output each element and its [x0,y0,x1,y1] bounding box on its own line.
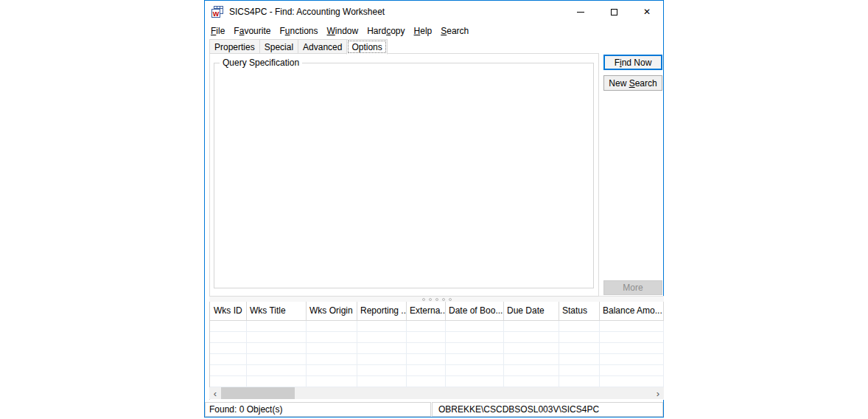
grip-dot-icon [435,298,438,301]
minimize-icon [577,12,584,13]
menu-functions[interactable]: Functions [275,24,322,38]
table-cell [504,321,559,331]
table-cell [211,376,247,387]
table-row [210,376,664,387]
table-row [210,321,664,332]
table-cell [211,354,247,364]
table-cell [559,354,600,364]
scrollbar-thumb[interactable] [221,387,295,399]
table-cell [407,321,446,331]
table-cell [407,376,446,387]
table-cell [600,365,664,375]
table-cell [600,354,664,364]
menu-favourite[interactable]: Favourite [229,24,275,38]
table-cell [211,332,247,342]
column-header-date-of-boo[interactable]: Date of Boo... [446,302,504,320]
window-title: SICS4PC - Find: Accounting Worksheet [229,7,385,17]
grip-dot-icon [422,298,425,301]
menu-window[interactable]: Window [322,24,363,38]
tab-properties[interactable]: Properties [209,39,260,54]
table-cell [504,332,559,342]
table-cell [600,376,664,387]
minimize-button[interactable] [570,1,592,23]
column-header-reporting[interactable]: Reporting ... [357,302,407,320]
table-row [210,332,664,343]
close-button[interactable]: ✕ [636,1,658,23]
query-specification-group: Query Specification [214,63,594,288]
maximize-icon [611,9,617,15]
grip-dot-icon [449,298,452,301]
table-cell [247,332,307,342]
horizontal-scrollbar[interactable]: ‹ › [209,387,664,399]
table-cell [504,343,559,353]
table-cell [446,354,504,364]
table-cell [247,354,307,364]
tab-advanced[interactable]: Advanced [298,39,347,54]
svg-text:W: W [213,10,220,18]
table-cell [247,365,307,375]
tab-options[interactable]: Options [346,39,387,55]
results-body [210,321,664,387]
table-cell [407,343,446,353]
table-cell [600,332,664,342]
menu-hardcopy[interactable]: Hardcopy [363,24,409,38]
table-cell [446,332,504,342]
found-count-text: Found: 0 Object(s) [209,404,282,415]
table-cell [357,354,407,364]
tab-strip: Properties Special Advanced Options [209,38,387,54]
table-cell [559,365,600,375]
table-cell [307,376,357,387]
table-cell [307,343,357,353]
table-row [210,354,664,365]
table-cell [446,321,504,331]
column-header-status[interactable]: Status [559,302,600,320]
table-cell [357,343,407,353]
table-cell [504,354,559,364]
scroll-left-icon[interactable]: ‹ [209,387,221,399]
menu-bar: File Favourite Functions Window Hardcopy… [205,23,663,38]
maximize-button[interactable] [603,1,625,23]
close-icon: ✕ [643,7,651,16]
grip-dot-icon [429,298,432,301]
table-cell [504,365,559,375]
app-icon: W [211,6,223,18]
table-cell [559,343,600,353]
column-header-balance-amo[interactable]: Balance Amo... [600,302,664,320]
table-cell [407,332,446,342]
new-search-button[interactable]: New Search [603,75,662,91]
table-cell [247,376,307,387]
table-cell [307,332,357,342]
scroll-right-icon[interactable]: › [652,387,664,399]
group-legend: Query Specification [220,58,302,68]
table-cell [247,343,307,353]
column-header-wks-id[interactable]: Wks ID [211,302,247,320]
table-cell [559,376,600,387]
table-cell [357,376,407,387]
caption-buttons: ✕ [570,1,658,23]
table-cell [559,332,600,342]
results-header-row: Wks IDWks TitleWks OriginReporting ...Ex… [210,302,664,321]
table-cell [504,376,559,387]
column-header-wks-origin[interactable]: Wks Origin [307,302,357,320]
table-cell [211,365,247,375]
tab-special[interactable]: Special [259,39,298,54]
table-cell [600,343,664,353]
table-cell [600,321,664,331]
table-cell [446,376,504,387]
table-cell [446,365,504,375]
column-header-due-date[interactable]: Due Date [504,302,559,320]
grip-dot-icon [442,298,445,301]
more-button[interactable]: More [603,280,662,295]
find-now-button[interactable]: Find Now [603,55,662,70]
table-cell [357,332,407,342]
menu-help[interactable]: Help [410,24,437,38]
table-row [210,365,664,376]
menu-search[interactable]: Search [436,24,473,38]
table-cell [559,321,600,331]
splitter-handle[interactable] [209,296,664,302]
connection-text: OBREKKE\CSCDBSOSL003V\SICS4PC [438,404,599,415]
table-cell [307,365,357,375]
menu-file[interactable]: File [206,24,229,38]
column-header-externa[interactable]: Externa... [407,302,446,320]
column-header-wks-title[interactable]: Wks Title [247,302,307,320]
